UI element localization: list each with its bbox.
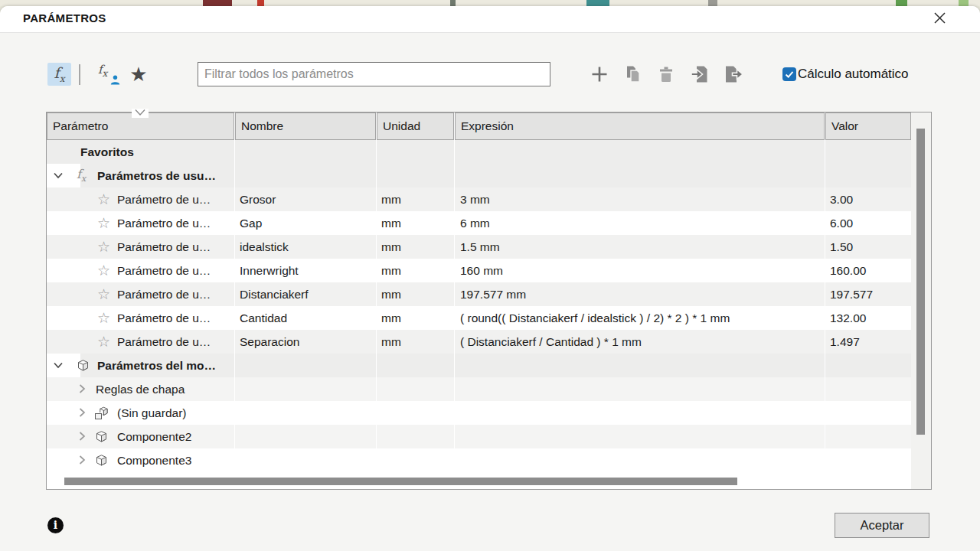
table-row[interactable]: ☆Parámetro de u…Grosormm3 mm3.00 (47, 187, 911, 211)
user-filter-button[interactable]: fx (93, 63, 122, 86)
column-header-4[interactable]: Expresión (455, 112, 825, 140)
column-separator (454, 140, 455, 472)
table-row[interactable]: Componente3 (47, 448, 911, 472)
param-value: 1.497 (830, 330, 860, 354)
favorite-star-icon[interactable]: ☆ (97, 235, 110, 259)
chevron-right-icon[interactable] (75, 429, 89, 443)
favorites-filter-star-icon[interactable]: ★ (126, 63, 152, 86)
table-row[interactable]: Componente2 (47, 425, 911, 448)
group-label: Parámetros del mo… (97, 354, 216, 377)
param-name: Cantidad (240, 306, 287, 330)
column-separator (825, 140, 825, 472)
table-row[interactable]: fxParámetros de usu… (47, 164, 911, 187)
param-unit: mm (381, 259, 401, 282)
screen: PARÁMETROS fx fx ★ (0, 0, 980, 551)
param-name: Grosor (240, 187, 276, 211)
table-row[interactable]: Parámetros del mo… (47, 354, 911, 377)
table-row[interactable]: Favoritos (47, 140, 911, 164)
component-unsaved-icon (94, 406, 109, 424)
favorite-star-icon[interactable]: ☆ (97, 259, 110, 282)
component-icon (94, 453, 109, 471)
table-row[interactable]: ☆Parámetro de u…Distanciakerfmm197.577 m… (47, 282, 911, 306)
chevron-down-icon[interactable] (51, 358, 65, 372)
param-value: 3.00 (830, 187, 853, 211)
auto-compute-label: Cálculo automático (798, 67, 909, 82)
vertical-scrollbar-thumb[interactable] (916, 129, 925, 435)
tree-item-label: Reglas de chapa (96, 377, 185, 401)
param-expression[interactable]: ( Distanciakerf / Cantidad ) * 1 mm (460, 330, 642, 354)
background-fleck (203, 0, 232, 6)
filter-input[interactable] (198, 62, 550, 86)
favorite-star-icon[interactable]: ☆ (97, 282, 110, 306)
add-parameter-button[interactable] (586, 63, 612, 86)
fx-icon: fx (77, 167, 86, 184)
sort-indicator-icon[interactable] (132, 109, 149, 118)
section-label: Favoritos (80, 140, 134, 164)
background-fleck (450, 0, 456, 6)
table-row[interactable]: ☆Parámetro de u…Gapmm6 mm6.00 (47, 211, 911, 235)
param-unit: mm (381, 282, 401, 306)
column-separator (234, 140, 235, 472)
param-value: 1.50 (830, 235, 853, 259)
param-expression[interactable]: 6 mm (460, 211, 490, 235)
param-type-label: Parámetro de u… (117, 330, 211, 354)
table-row[interactable]: ☆Parámetro de u…idealstickmm1.5 mm1.50 (47, 235, 911, 259)
favorite-star-icon[interactable]: ☆ (97, 330, 110, 354)
param-type-label: Parámetro de u… (117, 282, 211, 306)
param-name: Gap (240, 211, 262, 235)
tree-item-label: Componente3 (117, 448, 191, 472)
auto-compute-checkbox[interactable] (782, 67, 796, 81)
info-icon[interactable]: i (47, 517, 64, 533)
copy-icon (623, 64, 643, 84)
param-type-label: Parámetro de u… (117, 235, 211, 259)
param-expression[interactable]: 3 mm (460, 187, 490, 211)
column-header-3[interactable]: Unidad (377, 112, 454, 140)
delete-parameter-button[interactable] (654, 63, 678, 86)
dialog-titlebar: PARÁMETROS (0, 6, 980, 33)
import-icon (689, 64, 710, 85)
chevron-right-icon[interactable] (75, 382, 89, 396)
param-value: 132.00 (830, 306, 866, 330)
horizontal-scrollbar-thumb[interactable] (64, 478, 737, 485)
chevron-down-icon[interactable] (51, 168, 65, 182)
background-fleck (896, 0, 907, 6)
background-fleck (586, 0, 609, 6)
background-fleck (257, 0, 264, 6)
chevron-right-icon[interactable] (75, 453, 89, 467)
accept-button[interactable]: Aceptar (835, 513, 929, 538)
param-expression[interactable]: 160 mm (460, 259, 503, 282)
tree-item-label: (Sin guardar) (117, 401, 186, 425)
background-fleck (708, 0, 717, 6)
import-parameters-button[interactable] (686, 63, 714, 86)
column-header-5[interactable]: Valor (825, 112, 911, 140)
param-value: 6.00 (830, 211, 853, 235)
param-unit: mm (381, 330, 401, 354)
param-expression[interactable]: 197.577 mm (460, 282, 526, 306)
table-row[interactable]: ☆Parámetro de u…Innerwrightmm160 mm160.0… (47, 259, 911, 282)
background-fleck (959, 0, 969, 6)
export-icon (723, 64, 744, 85)
table-row[interactable]: ☆Parámetro de u…Separacionmm( Distanciak… (47, 330, 911, 354)
favorite-star-icon[interactable]: ☆ (97, 211, 110, 235)
check-icon (783, 68, 795, 80)
component-icon (94, 429, 109, 447)
favorite-star-icon[interactable]: ☆ (97, 187, 110, 211)
fx-icon: fx (54, 66, 65, 83)
close-icon[interactable] (933, 11, 948, 26)
param-type-label: Parámetro de u… (117, 306, 211, 330)
param-expression[interactable]: 1.5 mm (460, 235, 500, 259)
group-label: Parámetros de usu… (97, 164, 216, 187)
export-parameters-button[interactable] (720, 63, 747, 86)
column-header-2[interactable]: Nombre (235, 112, 376, 140)
table-row[interactable]: Reglas de chapa (47, 377, 911, 401)
copy-parameter-button[interactable] (620, 63, 646, 86)
param-unit: mm (381, 235, 401, 259)
chevron-right-icon[interactable] (75, 406, 89, 419)
table-row[interactable]: ☆Parámetro de u…Cantidadmm( round(( Dist… (47, 306, 911, 330)
user-parameters-toggle-button[interactable]: fx (47, 63, 71, 86)
table-row[interactable]: (Sin guardar) (47, 401, 911, 425)
param-name: Separacion (240, 330, 299, 354)
dialog-title: PARÁMETROS (23, 11, 106, 24)
param-expression[interactable]: ( round(( Distanciakerf / idealstick ) /… (460, 306, 730, 330)
favorite-star-icon[interactable]: ☆ (97, 306, 110, 330)
